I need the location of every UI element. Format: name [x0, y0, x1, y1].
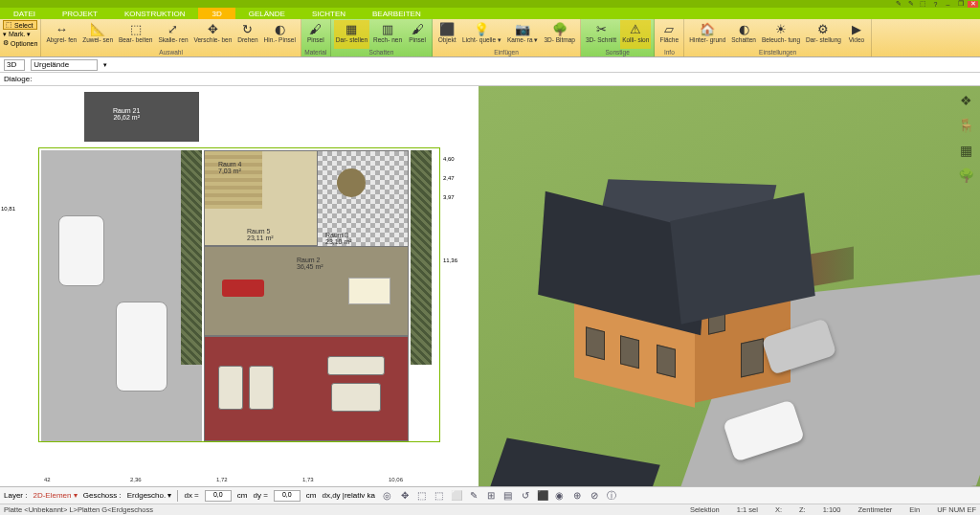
view-2d[interactable]: Raum 2126,62 m² Raum 47,03 m² Raum 523,1… — [0, 86, 479, 486]
toolbar-icon[interactable]: ◎ — [381, 489, 394, 503]
tool-icon[interactable]: ✎ — [905, 1, 916, 8]
toolbar-icon[interactable]: ⊞ — [484, 489, 498, 503]
ribbon-icon: ↻ — [240, 21, 256, 36]
ribbon-darstellung-button[interactable]: ⚙Dar- stellung — [804, 20, 843, 49]
ribbon-icon: ◐ — [272, 21, 287, 36]
minimize-icon[interactable]: – — [943, 1, 953, 8]
status-path: Platte <Unbekannt> L>Platten G<Erdgescho… — [4, 505, 153, 514]
ribbon-drehen-button[interactable]: ↻Drehen — [235, 20, 259, 49]
hedge-icon — [181, 150, 202, 365]
geschoss-select[interactable]: Erdgescho. ▾ — [127, 491, 172, 500]
tree-icon[interactable]: 🌳 — [957, 167, 974, 184]
toolbar-icon[interactable]: ▤ — [501, 489, 515, 503]
ribbon-icon: ▥ — [380, 21, 395, 36]
grid-icon[interactable]: ▦ — [957, 142, 974, 159]
bottom-bar: Layer : 2D-Elemen ▾ Geschoss : Erdgescho… — [0, 486, 980, 504]
tab-gelaende[interactable]: GELÄNDE — [235, 8, 299, 19]
ribbon-icon: ⚠ — [628, 21, 643, 36]
ribbon-dschnitt-button[interactable]: ✂3D- Schnitt — [584, 20, 618, 49]
chair-icon — [249, 366, 274, 410]
layers-icon[interactable]: ❖ — [957, 92, 974, 109]
tab-datei[interactable]: DATEI — [0, 8, 49, 19]
dimensions-bottom: 422,362,592,361,272,861,721,001,531,738,… — [38, 477, 440, 486]
tab-3d[interactable]: 3D — [198, 8, 234, 19]
maximize-icon[interactable]: ❐ — [955, 1, 966, 8]
toolbar-icon[interactable]: ✥ — [398, 489, 412, 503]
ribbon-hintergrund-button[interactable]: 🏠Hinter- grund — [687, 20, 727, 49]
furniture-icon[interactable]: 🪑 — [957, 117, 974, 134]
dialoge-label: Dialoge: — [0, 73, 980, 86]
option-select[interactable]: Urgelände — [31, 59, 98, 71]
toolbar-icon[interactable]: ⬜ — [450, 489, 463, 503]
ribbon-icon: ▶ — [849, 21, 864, 36]
ribbon-darstellen-button[interactable]: ▦Dar- stellen — [334, 20, 369, 49]
ribbon-verschieben-button[interactable]: ✥Verschie- ben — [192, 20, 234, 49]
ribbon-icon: ◐ — [736, 21, 751, 36]
toolbar-icon[interactable]: ⬚ — [433, 489, 446, 503]
status-bar: Platte <Unbekannt> L>Platten G<Erdgescho… — [0, 504, 980, 515]
ribbon-beleuchtung-button[interactable]: ☀Beleuch- tung — [760, 20, 802, 49]
ribbon-icon: ⬛ — [439, 21, 455, 36]
tab-sichten[interactable]: SICHTEN — [299, 8, 359, 19]
toolbar-icon[interactable]: ⊘ — [588, 489, 601, 503]
ribbon-icon: ✥ — [205, 21, 220, 36]
select-button[interactable]: ⬚ Select — [3, 20, 37, 30]
toolbar-icon[interactable]: ↺ — [519, 489, 532, 503]
toolbar-icon[interactable]: ✎ — [467, 489, 480, 503]
ribbon-icon: ▦ — [344, 21, 359, 36]
ribbon-video-button[interactable]: ▶Video — [845, 20, 868, 49]
stairs-icon — [205, 151, 262, 209]
ribbon-pinsel-button[interactable]: 🖌Pinsel — [304, 20, 327, 49]
chair-icon — [218, 366, 243, 410]
house-plan[interactable]: Raum 47,03 m² Raum 523,11 m² Raum 323,10… — [204, 150, 409, 441]
toolbar-icon[interactable]: ◉ — [553, 489, 567, 503]
close-icon[interactable]: ✕ — [968, 1, 978, 8]
ribbon-kamera-button[interactable]: 📷Kame- ra ▾ — [505, 20, 541, 49]
table-icon — [331, 383, 381, 412]
tool-icon[interactable]: ✎ — [893, 1, 903, 8]
ribbon-schatten-button[interactable]: ◐Schatten — [729, 20, 758, 49]
toolbar-icon[interactable]: ⊕ — [570, 489, 584, 503]
coord-mode[interactable]: dx,dy |relativ ka — [322, 491, 374, 500]
layer-select[interactable]: 2D-Elemen ▾ — [33, 491, 77, 500]
ribbon-abgreifen-button[interactable]: ↔Abgrei- fen — [44, 20, 78, 49]
driveway[interactable] — [41, 150, 202, 441]
ribbon-bearbeiten-button[interactable]: ⬚Bear- beiten — [117, 20, 154, 49]
garage-block[interactable]: Raum 2126,62 m² — [84, 92, 199, 142]
mark-button[interactable]: ▾ Mark. ▾ — [3, 31, 37, 38]
ribbon-icon: ▱ — [661, 21, 677, 36]
car-icon — [116, 302, 167, 392]
tab-projekt[interactable]: PROJEKT — [49, 8, 111, 19]
house-3d — [536, 144, 804, 392]
dx-input[interactable]: 0,0 — [205, 490, 232, 502]
ribbon-icon: 📐 — [90, 21, 105, 36]
ribbon-icon: ☀ — [773, 21, 789, 36]
ribbon-zuweisen-button[interactable]: 📐Zuwei- sen — [80, 20, 115, 49]
ribbon-pinsel-button[interactable]: 🖌Pinsel — [406, 20, 429, 49]
tab-bearbeiten[interactable]: BEARBEITEN — [359, 8, 434, 19]
toolbar-icon[interactable]: ⬚ — [415, 489, 429, 503]
toolbar-icon[interactable]: ⬛ — [536, 489, 549, 503]
ribbon-dbitmap-button[interactable]: 🌳3D- Bitmap — [542, 20, 577, 49]
mode-select[interactable]: 3D — [4, 59, 25, 71]
table-icon — [348, 278, 390, 304]
ribbon-lichtquelle-button[interactable]: 💡Licht- quelle ▾ — [460, 20, 503, 49]
car-icon — [58, 215, 104, 286]
ribbon-icon: ⤢ — [166, 21, 181, 36]
tool-icon[interactable]: ⬚ — [918, 1, 928, 8]
selector-bar: 3D Urgelände ▾ — [0, 57, 980, 73]
dy-label: dy = — [253, 491, 267, 500]
ribbon-kollision-button[interactable]: ⚠Kolli- sion — [620, 20, 651, 49]
ribbon-flche-button[interactable]: ▱Fläche — [657, 20, 680, 49]
optionen-button[interactable]: ⚙ Optionen — [3, 39, 37, 47]
ribbon-hinpinsel-button[interactable]: ◐Hin.- Pinsel — [262, 20, 298, 49]
ribbon-icon: ✂ — [593, 21, 609, 36]
ribbon-objekt-button[interactable]: ⬛Objekt — [435, 20, 458, 49]
view-3d[interactable]: ❖ 🪑 ▦ 🌳 — [479, 86, 980, 486]
help-icon[interactable]: ? — [930, 1, 941, 8]
dy-input[interactable]: 0,0 — [274, 490, 301, 502]
ribbon-skalieren-button[interactable]: ⤢Skalie- ren — [156, 20, 189, 49]
ribbon-rechnen-button[interactable]: ▥Rech- nen — [371, 20, 404, 49]
tab-konstruktion[interactable]: KONSTRUKTION — [111, 8, 199, 19]
toolbar-icon[interactable]: ⓘ — [605, 489, 618, 503]
